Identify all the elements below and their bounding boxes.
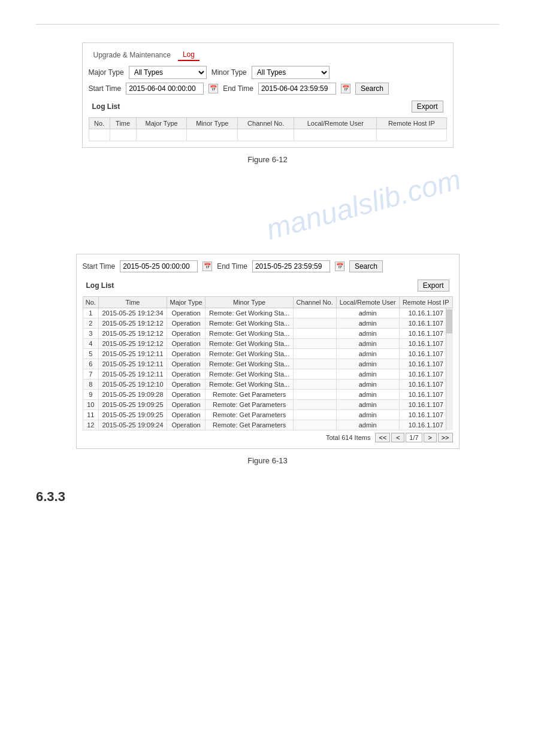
table-row: 3 2015-05-25 19:12:12 Operation Remote: … [83, 329, 452, 339]
col-no-13: No. [83, 297, 99, 308]
log-list-header-12: Log List Export [89, 98, 447, 115]
table-row: 12 2015-05-25 19:09:24 Operation Remote:… [83, 420, 452, 430]
table-row: 11 2015-05-25 19:09:25 Operation Remote:… [83, 410, 452, 420]
page-current: 1/7 [406, 433, 422, 442]
col-major-13: Major Type [167, 297, 205, 308]
start-time-calendar-icon-12[interactable]: 📅 [208, 84, 218, 93]
form-row-types: Major Type All Types Minor Type All Type… [89, 66, 447, 79]
end-time-label-12: End Time [223, 84, 253, 93]
major-type-select[interactable]: All Types [129, 66, 207, 79]
col-ip-13: Remote Host IP [399, 297, 452, 308]
figure-12-container: Upgrade & Maintenance Log Major Type All… [82, 42, 454, 148]
page-last-button[interactable]: >> [438, 433, 453, 442]
table-row [89, 129, 446, 141]
tab-log[interactable]: Log [178, 49, 200, 61]
page-prev-button[interactable]: < [391, 433, 404, 442]
scrollbar-thumb[interactable] [446, 309, 452, 333]
major-type-label: Major Type [89, 68, 124, 77]
col-minor-13: Minor Type [205, 297, 293, 308]
tab-upgrade-maintenance[interactable]: Upgrade & Maintenance [89, 50, 176, 60]
pagination-row: Total 614 Items << < 1/7 > >> [83, 433, 453, 442]
table-row: 6 2015-05-25 19:12:11 Operation Remote: … [83, 359, 452, 369]
col-user-13: Local/Remote User [336, 297, 399, 308]
table-row: 4 2015-05-25 19:12:12 Operation Remote: … [83, 339, 452, 349]
log-list-title-13: Log List [86, 281, 114, 290]
watermark-area: manualslib.com [36, 182, 499, 254]
col-time-13: Time [99, 297, 167, 308]
table-row: 10 2015-05-25 19:09:25 Operation Remote:… [83, 400, 452, 410]
log-table-12: No. Time Major Type Minor Type Channel N… [89, 117, 447, 141]
start-time-input-13[interactable] [120, 260, 198, 272]
minor-type-select[interactable]: All Types [252, 66, 330, 79]
search-button-13[interactable]: Search [349, 260, 383, 272]
table-row: 7 2015-05-25 19:12:11 Operation Remote: … [83, 369, 452, 379]
page-divider [36, 24, 499, 25]
minor-type-label: Minor Type [211, 68, 247, 77]
table-row: 1 2015-05-25 19:12:34 Operation Remote: … [83, 308, 452, 318]
export-button-13[interactable]: Export [418, 280, 449, 292]
log-table-13: No. Time Major Type Minor Type Channel N… [83, 296, 453, 430]
pagination-total: Total 614 Items [326, 434, 371, 441]
table-row: 9 2015-05-25 19:09:28 Operation Remote: … [83, 390, 452, 400]
scrollbar[interactable] [446, 308, 453, 430]
form-row-times: Start Time 📅 End Time 📅 Search [89, 83, 447, 95]
col-no-12: No. [89, 118, 110, 129]
section-heading: 6.3.3 [36, 489, 499, 505]
end-time-label-13: End Time [217, 262, 247, 271]
figure-13-container: Start Time 📅 End Time 📅 Search Log List … [76, 254, 460, 449]
export-button-12[interactable]: Export [412, 101, 443, 113]
form-row-times-13: Start Time 📅 End Time 📅 Search [83, 260, 453, 272]
table-row: 5 2015-05-25 19:12:11 Operation Remote: … [83, 349, 452, 359]
search-button-12[interactable]: Search [355, 83, 389, 95]
table-row: 2 2015-05-25 19:12:12 Operation Remote: … [83, 318, 452, 329]
col-ip-12: Remote Host IP [377, 118, 446, 129]
end-time-input-13[interactable] [252, 260, 330, 272]
start-time-label-13: Start Time [83, 262, 116, 271]
tab-row: Upgrade & Maintenance Log [89, 49, 447, 61]
start-time-calendar-icon-13[interactable]: 📅 [202, 262, 212, 271]
col-minor-12: Minor Type [187, 118, 238, 129]
end-time-calendar-icon-12[interactable]: 📅 [341, 84, 350, 93]
start-time-input-12[interactable] [126, 83, 204, 95]
col-channel-12: Channel No. [238, 118, 294, 129]
figure-12-label: Figure 6-12 [36, 155, 499, 164]
figure-13-label: Figure 6-13 [36, 456, 499, 465]
end-time-input-12[interactable] [258, 83, 336, 95]
end-time-calendar-icon-13[interactable]: 📅 [335, 262, 344, 271]
page-next-button[interactable]: > [424, 433, 437, 442]
log-list-title-12: Log List [92, 102, 120, 111]
col-channel-13: Channel No. [293, 297, 336, 308]
table-row: 8 2015-05-25 19:12:10 Operation Remote: … [83, 379, 452, 390]
page-first-button[interactable]: << [375, 433, 390, 442]
col-user-12: Local/Remote User [294, 118, 377, 129]
start-time-label-12: Start Time [89, 84, 122, 93]
log-list-header-13: Log List Export [83, 277, 453, 294]
col-time-12: Time [110, 118, 136, 129]
watermark: manualslib.com [262, 163, 464, 246]
col-major-12: Major Type [136, 118, 187, 129]
